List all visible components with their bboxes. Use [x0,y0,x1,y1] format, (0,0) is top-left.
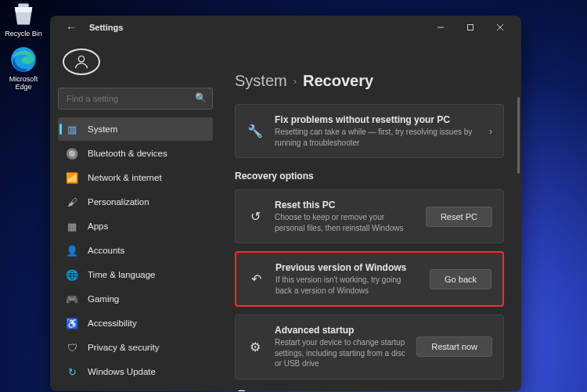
edge-icon [9,45,38,74]
card-title: Fix problems without resetting your PC [275,114,478,125]
titlebar: ← Settings [50,16,521,39]
reset-pc-card: ↺ Reset this PC Choose to keep or remove… [235,189,504,243]
sidebar-item-gaming[interactable]: 🎮 Gaming [58,287,213,311]
fix-problems-card[interactable]: 🔧 Fix problems without resetting your PC… [235,104,504,158]
card-title: Advanced startup [275,325,405,336]
window-title: Settings [89,23,123,32]
gaming-icon: 🎮 [66,293,78,305]
card-title: Reset this PC [275,200,415,210]
card-description: Restart your device to change startup se… [275,337,405,369]
card-description: Choose to keep or remove your personal f… [275,212,415,233]
advanced-startup-card: ⚙ Advanced startup Restart your device t… [235,315,504,379]
sidebar-item-label: Apps [88,221,108,231]
go-back-button[interactable]: Go back [430,269,492,290]
minimize-button[interactable] [426,16,456,39]
reset-pc-button[interactable]: Reset PC [426,207,492,227]
accessibility-icon: ♿ [66,317,78,329]
system-icon: ▥ [66,123,78,135]
user-avatar[interactable] [63,49,100,75]
get-help-link[interactable]: 💬 Get help [235,389,504,392]
get-help-label: Get help [256,390,290,392]
shield-icon: 🛡 [66,341,78,354]
search-input[interactable] [58,88,213,110]
breadcrumb: System › Recovery [235,72,504,90]
desktop-icon-label: Microsoft Edge [2,75,45,91]
sidebar-item-label: System [88,124,117,134]
bluetooth-icon: 🔘 [66,147,78,160]
chevron-right-icon: › [294,75,297,87]
desktop-icon-edge[interactable]: Microsoft Edge [2,45,45,91]
sidebar-item-label: Privacy & security [88,343,159,352]
breadcrumb-parent[interactable]: System [235,72,287,90]
desktop-icon-label: Recycle Bin [2,30,45,38]
maximize-button[interactable] [456,16,485,39]
person-icon: 👤 [66,244,78,257]
help-chat-icon: 💬 [235,389,248,392]
recycle-bin-icon [9,0,38,28]
sidebar-item-network[interactable]: 📶 Network & internet [58,166,213,189]
sidebar-item-label: Accessibility [88,318,137,328]
search-box: 🔍 [58,88,213,110]
sidebar-item-label: Windows Update [88,367,156,376]
sidebar-item-accessibility[interactable]: ♿ Accessibility [58,311,213,335]
sidebar-item-windows-update[interactable]: ↻ Windows Update [58,360,213,383]
card-title: Previous version of Windows [275,262,419,273]
scrollbar-thumb[interactable] [517,97,520,174]
card-description: Resetting can take a while — first, try … [275,127,478,148]
update-icon: ↻ [66,365,78,378]
paintbrush-icon: 🖌 [66,196,78,208]
history-icon: ↶ [247,272,265,286]
wifi-icon: 📶 [66,171,78,184]
close-button[interactable] [485,16,515,39]
sidebar-item-privacy-security[interactable]: 🛡 Privacy & security [58,336,213,359]
svg-rect-3 [468,25,474,31]
sidebar-item-accounts[interactable]: 👤 Accounts [58,239,213,262]
sidebar-item-apps[interactable]: ▦ Apps [58,214,213,238]
chevron-right-icon: › [489,126,492,137]
sidebar-item-label: Time & language [88,270,156,279]
svg-point-6 [78,56,84,62]
sidebar: 🔍 ▥ System 🔘 Bluetooth & devices 📶 Netwo… [50,39,221,391]
power-settings-icon: ⚙ [247,340,264,354]
page-title: Recovery [303,72,373,90]
sidebar-item-bluetooth[interactable]: 🔘 Bluetooth & devices [58,142,213,165]
section-title: Recovery options [235,171,504,182]
sidebar-item-system[interactable]: ▥ System [58,117,213,141]
card-description: If this version isn't working, try going… [275,275,416,296]
sidebar-item-personalization[interactable]: 🖌 Personalization [58,190,213,214]
svg-rect-0 [18,4,29,8]
back-button[interactable]: ← [61,20,81,35]
sidebar-item-time-language[interactable]: 🌐 Time & language [58,263,213,286]
apps-icon: ▦ [66,220,78,232]
sidebar-item-label: Bluetooth & devices [88,149,167,158]
sidebar-item-label: Personalization [88,197,149,207]
clock-globe-icon: 🌐 [66,268,78,281]
search-icon: 🔍 [195,92,207,103]
restart-now-button[interactable]: Restart now [416,336,492,357]
sidebar-item-label: Network & internet [88,173,162,182]
sidebar-item-label: Accounts [88,246,124,255]
sidebar-item-label: Gaming [88,294,119,304]
desktop-icon-recycle-bin[interactable]: Recycle Bin [2,0,45,38]
previous-version-card: ↶ Previous version of Windows If this ve… [235,251,504,307]
reset-icon: ↺ [247,209,264,224]
wrench-icon: 🔧 [247,124,264,138]
main-panel: System › Recovery 🔧 Fix problems without… [221,39,521,391]
settings-window: ← Settings 🔍 ▥ System 🔘 [50,16,521,391]
